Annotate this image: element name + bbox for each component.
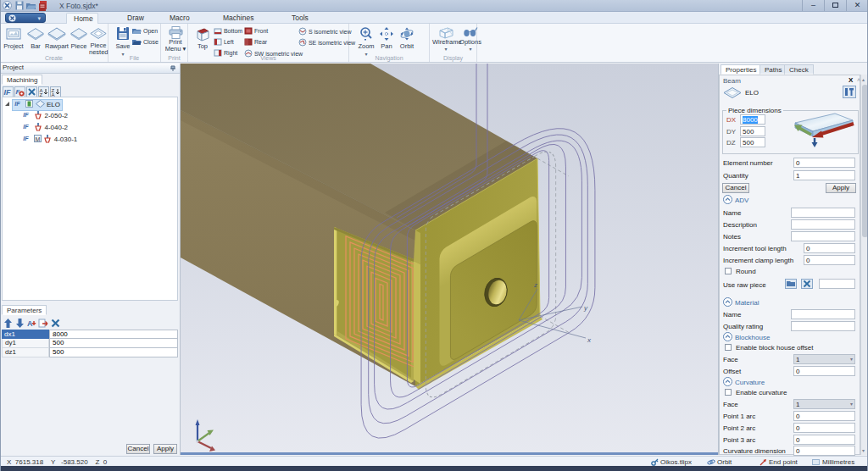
svg-text:IF: IF — [23, 135, 29, 142]
svg-text:IF: IF — [23, 123, 29, 130]
svg-text:IF: IF — [14, 100, 20, 108]
svg-text:IF: IF — [4, 88, 12, 97]
svg-text:M: M — [36, 136, 41, 142]
svg-text:z: z — [533, 281, 537, 289]
svg-text:IF: IF — [23, 111, 29, 119]
